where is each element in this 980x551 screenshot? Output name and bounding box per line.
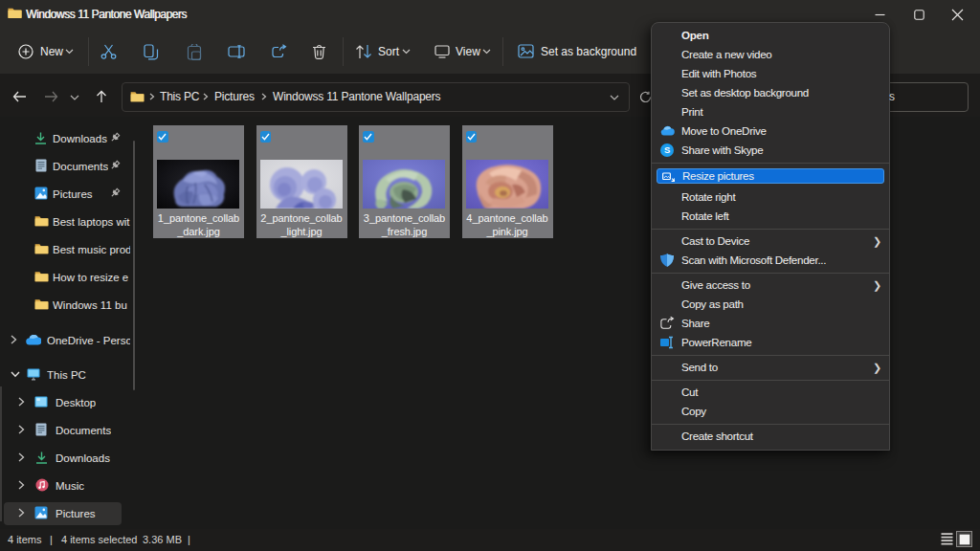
svg-text:S: S <box>664 144 670 155</box>
